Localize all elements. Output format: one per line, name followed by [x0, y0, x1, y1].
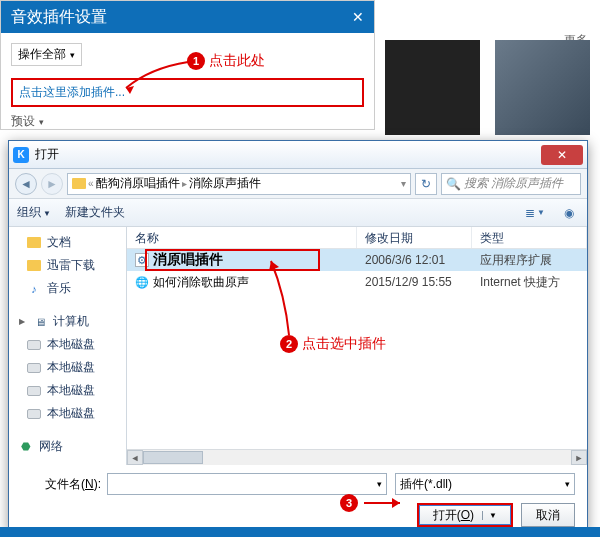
file-date: 2015/12/9 15:55 [357, 275, 472, 289]
folder-icon [27, 237, 41, 248]
dialog-titlebar: K 打开 ✕ [9, 141, 587, 169]
sidebar-label: 本地磁盘 [47, 382, 95, 399]
view-mode-button[interactable]: ≣▼ [525, 204, 545, 222]
annotation-1: 1 点击此处 [187, 52, 265, 70]
chevron-down-icon: ▾ [565, 479, 570, 489]
album-thumb[interactable] [385, 40, 480, 135]
sidebar-label: 网络 [39, 438, 63, 455]
file-name: 消原唱插件 [153, 251, 223, 269]
file-name: 如何消除歌曲原声 [153, 274, 249, 291]
add-plugin-input[interactable]: 点击这里添加插件... [11, 78, 364, 107]
close-icon[interactable]: ✕ [352, 1, 364, 33]
disk-icon [27, 386, 41, 396]
dialog-bottom-bar: 文件名(N): ▾ 插件(*.dll) ▾ 打开(O)▼ 取消 [9, 465, 587, 535]
cancel-button[interactable]: 取消 [521, 503, 575, 527]
sidebar-item-xunlei[interactable]: 迅雷下载 [9, 254, 126, 277]
album-thumbnails [375, 30, 600, 135]
help-button[interactable]: ◉ [559, 204, 579, 222]
sidebar-label: 本地磁盘 [47, 405, 95, 422]
scrollbar-thumb[interactable] [143, 451, 203, 464]
chevron-down-icon: ▾ [39, 117, 44, 127]
open-button[interactable]: 打开(O)▼ [417, 503, 513, 527]
bottom-stripe [0, 527, 600, 537]
folder-icon [27, 260, 41, 271]
search-placeholder: 搜索 消除原声插件 [464, 175, 563, 192]
chevron-down-icon[interactable]: ▼ [482, 511, 497, 520]
dialog-close-button[interactable]: ✕ [541, 145, 583, 165]
dialog-toolbar: 组织▼ 新建文件夹 ≣▼ ◉ [9, 199, 587, 227]
sidebar-label: 文档 [47, 234, 71, 251]
sidebar-item-disk[interactable]: 本地磁盘 [9, 379, 126, 402]
music-icon: ♪ [27, 283, 41, 295]
sidebar-group-network[interactable]: ⬣网络 [9, 433, 126, 458]
chevron-down-icon[interactable]: ▾ [377, 479, 382, 489]
col-header-name[interactable]: 名称 [127, 227, 357, 248]
internet-shortcut-icon: 🌐 [135, 275, 149, 289]
network-icon: ⬣ [19, 441, 33, 453]
filetype-select[interactable]: 插件(*.dll) ▾ [395, 473, 575, 495]
file-type: 应用程序扩展 [472, 252, 587, 269]
organize-menu[interactable]: 组织▼ [17, 204, 51, 221]
filename-input[interactable]: ▾ [107, 473, 387, 495]
sidebar-item-docs[interactable]: 文档 [9, 231, 126, 254]
settings-titlebar: 音效插件设置 ✕ [1, 1, 374, 33]
preset-label: 预设 [11, 113, 35, 130]
file-type: Internet 快捷方 [472, 274, 587, 291]
annotation-3: 3 [340, 494, 358, 512]
search-icon: 🔍 [446, 177, 461, 191]
list-header: 名称 修改日期 类型 [127, 227, 587, 249]
refresh-button[interactable]: ↻ [415, 173, 437, 195]
chevron-down-icon: ▼ [43, 209, 51, 218]
annotation-badge-2: 2 [280, 335, 298, 353]
sidebar: 文档 迅雷下载 ♪音乐 ▶🖥计算机 本地磁盘 本地磁盘 本地磁盘 本地磁盘 ⬣网… [9, 227, 127, 465]
disk-icon [27, 409, 41, 419]
col-header-type[interactable]: 类型 [472, 227, 587, 248]
sidebar-label: 音乐 [47, 280, 71, 297]
disk-icon [27, 363, 41, 373]
dialog-title-text: 打开 [35, 146, 541, 163]
filetype-value: 插件(*.dll) [400, 476, 452, 493]
breadcrumb-item[interactable]: 酷狗消原唱插件 [96, 175, 180, 192]
sidebar-label: 本地磁盘 [47, 359, 95, 376]
folder-icon [72, 178, 86, 189]
sidebar-item-music[interactable]: ♪音乐 [9, 277, 126, 300]
search-input[interactable]: 🔍 搜索 消除原声插件 [441, 173, 581, 195]
annotation-badge-3: 3 [340, 494, 358, 512]
filename-label: 文件名(N): [21, 476, 101, 493]
settings-title-text: 音效插件设置 [11, 1, 107, 33]
annotation-2: 2 点击选中插件 [280, 335, 386, 353]
col-header-date[interactable]: 修改日期 [357, 227, 472, 248]
disk-icon [27, 340, 41, 350]
sidebar-label: 迅雷下载 [47, 257, 95, 274]
sidebar-label: 本地磁盘 [47, 336, 95, 353]
preset-dropdown[interactable]: 预设 ▾ [11, 113, 364, 130]
annotation-1-text: 点击此处 [209, 52, 265, 70]
breadcrumb-sep: « [88, 178, 94, 189]
sidebar-group-computer[interactable]: ▶🖥计算机 [9, 308, 126, 333]
dll-file-icon: ⚙ [135, 253, 149, 267]
file-row[interactable]: ⚙消原唱插件 2006/3/6 12:01 应用程序扩展 [127, 249, 587, 271]
breadcrumb-item[interactable]: 消除原声插件 [189, 175, 261, 192]
sidebar-item-disk[interactable]: 本地磁盘 [9, 402, 126, 425]
chevron-down-icon[interactable]: ▾ [401, 178, 406, 189]
album-thumb[interactable] [495, 40, 590, 135]
file-row[interactable]: 🌐如何消除歌曲原声 2015/12/9 15:55 Internet 快捷方 [127, 271, 587, 293]
file-date: 2006/3/6 12:01 [357, 253, 472, 267]
nav-forward-button[interactable]: ► [41, 173, 63, 195]
horizontal-scrollbar[interactable]: ◄ ► [127, 449, 587, 465]
sidebar-item-disk[interactable]: 本地磁盘 [9, 333, 126, 356]
app-icon: K [13, 147, 29, 163]
operation-all-dropdown[interactable]: 操作全部 ▾ [11, 43, 82, 66]
breadcrumb-bar[interactable]: « 酷狗消原唱插件 ▸ 消除原声插件 ▾ [67, 173, 411, 195]
operation-all-label: 操作全部 [18, 46, 66, 63]
chevron-right-icon: ▸ [182, 178, 187, 189]
scroll-left-button[interactable]: ◄ [127, 450, 143, 465]
chevron-down-icon: ▾ [70, 50, 75, 60]
scroll-right-button[interactable]: ► [571, 450, 587, 465]
annotation-badge-1: 1 [187, 52, 205, 70]
annotation-2-text: 点击选中插件 [302, 335, 386, 353]
new-folder-button[interactable]: 新建文件夹 [65, 204, 125, 221]
nav-back-button[interactable]: ◄ [15, 173, 37, 195]
sidebar-item-disk[interactable]: 本地磁盘 [9, 356, 126, 379]
sidebar-label: 计算机 [53, 313, 89, 330]
